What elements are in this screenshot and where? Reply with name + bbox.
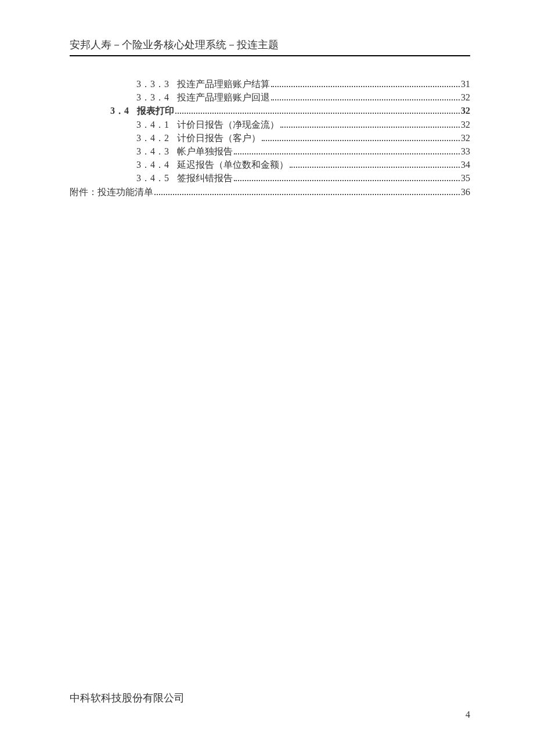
toc-entry-page: 35 [461, 171, 470, 185]
toc-leader-dots [290, 167, 460, 168]
toc-entry: 3．4．3帐户单独报告33 [70, 145, 470, 158]
toc-entry-title: 投连产品理赔账户回退 [177, 91, 270, 104]
toc-entry-page: 36 [461, 185, 470, 199]
toc-entry: 3．3．3投连产品理赔账户结算31 [70, 77, 470, 91]
toc-entry: 3．4．4延迟报告（单位数和金额）34 [70, 158, 470, 171]
toc-leader-dots [234, 180, 460, 181]
toc-entry-title: 计价日报告（净现金流） [177, 118, 279, 131]
toc-entry-number: 3．4．1 [136, 118, 169, 131]
toc-entry: 3．4．2计价日报告（客户）32 [70, 131, 470, 145]
toc-entry-title: 投连产品理赔账户结算 [177, 77, 270, 91]
toc-entry-page: 32 [461, 118, 470, 131]
toc-entry-number: 3．4．3 [136, 145, 169, 158]
toc-entry-page: 34 [461, 158, 470, 171]
toc-entry: 3．4．1计价日报告（净现金流）32 [70, 118, 470, 131]
toc-entry-number: 3．4．4 [136, 158, 169, 171]
toc-leader-dots [234, 153, 460, 154]
toc-entry: 3．4．5签报纠错报告35 [70, 171, 470, 185]
toc-entry: 附件：投连功能清单36 [70, 185, 470, 199]
toc-leader-dots [280, 127, 460, 128]
toc-entry-number: 3．3．4 [136, 91, 169, 104]
toc-leader-dots [175, 113, 460, 114]
toc-entry-title: 附件：投连功能清单 [70, 185, 153, 199]
footer-company: 中科软科技股份有限公司 [70, 691, 185, 705]
toc-entry-title: 延迟报告（单位数和金额） [177, 158, 288, 171]
toc-entry-page: 32 [461, 131, 470, 145]
document-header: 安邦人寿－个险业务核心处理系统－投连主题 [70, 38, 470, 56]
toc-entry-number: 3．4 [110, 104, 129, 117]
toc-leader-dots [271, 99, 460, 100]
toc-entry-title: 报表打印 [137, 104, 174, 117]
toc-entry-number: 3．3．3 [136, 77, 169, 91]
toc-entry-title: 帐户单独报告 [177, 145, 233, 158]
toc-entry: 3．4报表打印32 [70, 104, 470, 117]
toc-entry-title: 签报纠错报告 [177, 171, 233, 185]
toc-leader-dots [154, 194, 460, 195]
toc-entry-title: 计价日报告（客户） [177, 131, 261, 145]
toc-entry-page: 31 [461, 77, 470, 91]
toc-leader-dots [262, 140, 460, 141]
page-number: 4 [466, 710, 470, 720]
toc-entry-page: 32 [461, 91, 470, 104]
table-of-contents: 3．3．3投连产品理赔账户结算313．3．4投连产品理赔账户回退323．4报表打… [70, 77, 470, 199]
toc-entry-page: 32 [461, 104, 470, 117]
toc-entry-page: 33 [461, 145, 470, 158]
toc-leader-dots [271, 86, 460, 87]
toc-entry-number: 3．4．2 [136, 131, 169, 145]
toc-entry-number: 3．4．5 [136, 171, 169, 185]
toc-entry: 3．3．4投连产品理赔账户回退32 [70, 91, 470, 104]
